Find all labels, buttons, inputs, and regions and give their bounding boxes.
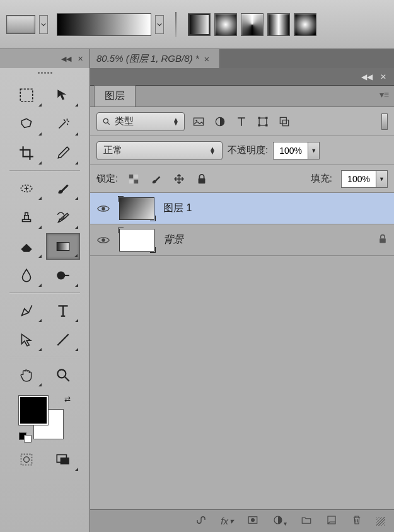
opacity-input[interactable] — [273, 142, 308, 159]
svg-rect-20 — [283, 120, 289, 125]
svg-point-27 — [101, 238, 105, 242]
svg-point-7 — [24, 457, 30, 463]
lock-position-icon[interactable] — [172, 172, 186, 186]
gradient-preset-dropdown[interactable] — [39, 15, 48, 34]
document-tab[interactable]: 80.5% (图层 1, RGB/8) * × — [90, 49, 220, 68]
opacity-label: 不透明度: — [228, 144, 268, 156]
layer-name[interactable]: 图层 1 — [163, 202, 192, 215]
svg-rect-6 — [21, 454, 32, 465]
quick-mask-tool[interactable] — [9, 446, 43, 473]
filter-smartobject-icon[interactable] — [277, 114, 292, 129]
collapse-panel-icon[interactable]: ◀◀ — [361, 72, 373, 81]
layer-mask-icon[interactable] — [247, 514, 258, 528]
panel-titlebar: ◀◀ ✕ — [90, 68, 394, 86]
svg-rect-28 — [380, 238, 386, 243]
tools-panel: ⇄ — [0, 68, 90, 532]
line-tool[interactable] — [46, 327, 80, 353]
magic-wand-tool[interactable] — [46, 111, 80, 137]
layer-filter-row: 类型 ▲▼ — [90, 107, 394, 136]
fill-label: 填充: — [311, 173, 332, 185]
lasso-tool[interactable] — [9, 111, 43, 137]
visibility-toggle[interactable] — [96, 233, 110, 247]
svg-rect-2 — [57, 243, 69, 251]
svg-point-10 — [103, 119, 108, 123]
hand-tool[interactable] — [9, 362, 43, 388]
default-colors-icon[interactable] — [19, 432, 32, 442]
filter-toggle[interactable] — [381, 113, 388, 130]
blend-mode-select[interactable]: 正常 ▲▼ — [96, 141, 223, 160]
document-tab-row: ◀◀ ✕ 80.5% (图层 1, RGB/8) * × — [0, 49, 394, 68]
gradient-tool[interactable] — [46, 233, 80, 260]
group-icon[interactable] — [301, 514, 312, 528]
svg-rect-4 — [64, 275, 69, 276]
svg-point-5 — [57, 369, 66, 378]
foreground-color-swatch[interactable] — [19, 396, 48, 425]
layer-style-icon[interactable]: fx▾ — [221, 516, 233, 526]
crop-tool[interactable] — [9, 140, 43, 166]
pen-tool[interactable] — [9, 298, 43, 324]
swap-colors-icon[interactable]: ⇄ — [64, 395, 71, 403]
delete-layer-icon[interactable] — [351, 514, 362, 528]
layer-name[interactable]: 背景 — [163, 233, 183, 246]
filter-type-icon[interactable] — [234, 114, 249, 129]
filter-kind-select[interactable]: 类型 ▲▼ — [96, 112, 185, 131]
gradient-type-reflected[interactable] — [267, 13, 290, 36]
fill-input[interactable] — [341, 170, 376, 188]
gradient-type-angle[interactable] — [241, 13, 264, 36]
separator — [175, 12, 177, 37]
close-panel-icon[interactable]: ✕ — [380, 72, 386, 81]
type-tool[interactable] — [46, 298, 80, 324]
blur-tool[interactable] — [9, 262, 43, 289]
layer-row[interactable]: 背景 — [90, 224, 394, 256]
gradient-preset-thumb[interactable] — [6, 15, 35, 34]
dodge-tool[interactable] — [46, 262, 80, 289]
brush-tool[interactable] — [46, 175, 80, 202]
gradient-picker[interactable] — [57, 13, 151, 36]
adjustment-layer-icon[interactable]: ▾ — [272, 514, 287, 528]
lock-all-icon[interactable] — [195, 172, 209, 186]
tools-panel-header: ◀◀ ✕ — [0, 49, 90, 68]
panel-grip[interactable] — [13, 72, 76, 78]
layer-thumbnail[interactable] — [119, 229, 154, 252]
eyedropper-tool[interactable] — [46, 140, 80, 166]
color-swatches: ⇄ — [10, 393, 79, 444]
filter-shape-icon[interactable] — [255, 114, 270, 129]
lock-brush-icon[interactable] — [149, 172, 163, 186]
panel-menu-icon[interactable]: ▾≡ — [380, 90, 389, 100]
gradient-picker-dropdown[interactable] — [155, 15, 164, 34]
screen-mode-tool[interactable] — [46, 446, 80, 473]
history-brush-tool[interactable] — [46, 204, 80, 231]
document-tab-title: 80.5% (图层 1, RGB/8) * — [96, 53, 199, 65]
zoom-tool[interactable] — [46, 362, 80, 388]
filter-image-icon[interactable] — [191, 114, 206, 129]
close-tools-icon[interactable]: ✕ — [78, 55, 83, 63]
move-tool[interactable] — [46, 82, 80, 108]
blend-opacity-row: 正常 ▲▼ 不透明度: ▼ — [90, 136, 394, 165]
clone-stamp-tool[interactable] — [9, 204, 43, 231]
link-layers-icon[interactable] — [195, 514, 207, 528]
layer-thumbnail[interactable] — [119, 197, 154, 220]
blend-mode-value: 正常 — [103, 144, 122, 156]
lock-pixels-icon[interactable] — [127, 172, 141, 186]
svg-rect-11 — [194, 118, 204, 125]
resize-grip[interactable] — [376, 517, 385, 526]
svg-rect-15 — [258, 117, 260, 119]
opacity-dropdown[interactable]: ▼ — [308, 142, 320, 159]
new-layer-icon[interactable] — [326, 514, 337, 528]
path-selection-tool[interactable] — [9, 327, 43, 353]
visibility-toggle[interactable] — [96, 202, 110, 216]
tab-layers[interactable]: 图层 — [94, 85, 136, 107]
gradient-type-radial[interactable] — [214, 13, 237, 36]
layer-row[interactable]: 图层 1 — [90, 193, 394, 224]
gradient-type-diamond[interactable] — [294, 13, 316, 36]
svg-rect-0 — [20, 89, 33, 101]
filter-kind-label: 类型 — [115, 115, 134, 127]
filter-adjustment-icon[interactable] — [212, 114, 228, 129]
collapse-icon[interactable]: ◀◀ — [61, 55, 71, 63]
close-document-icon[interactable]: × — [204, 54, 210, 64]
eraser-tool[interactable] — [9, 233, 43, 260]
healing-brush-tool[interactable] — [9, 175, 43, 202]
gradient-type-linear[interactable] — [188, 13, 211, 36]
fill-dropdown[interactable]: ▼ — [376, 170, 388, 188]
marquee-tool[interactable] — [9, 82, 43, 108]
